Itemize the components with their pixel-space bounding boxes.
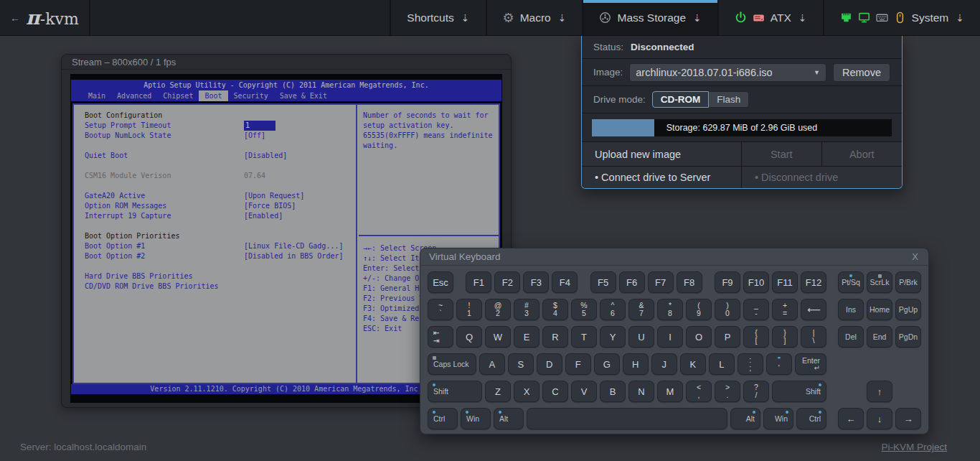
abort-upload-button[interactable]: Abort (822, 142, 903, 166)
key-f12[interactable]: F12 (801, 271, 826, 293)
key-backspace[interactable]: ⟵ (801, 299, 826, 320)
connect-drive-button[interactable]: • Connect drive to Server (582, 167, 742, 188)
key-left-ctrl[interactable]: Ctrl (428, 408, 458, 429)
key-right-alt[interactable]: Alt (730, 408, 760, 429)
start-upload-button[interactable]: Start (742, 142, 822, 166)
key-slash[interactable]: ?/ (743, 381, 769, 402)
key-x[interactable]: X (514, 381, 540, 402)
key-left-alt[interactable]: Alt (494, 408, 524, 429)
key-left-win[interactable]: Win (461, 408, 491, 429)
key-f4[interactable]: F4 (552, 271, 578, 293)
key-o[interactable]: O (686, 326, 712, 348)
key-6[interactable]: ^6 (600, 299, 626, 320)
menu-macro[interactable]: ⚙ Macro ⇣ (487, 0, 584, 35)
key-z[interactable]: Z (485, 381, 511, 402)
key-4[interactable]: $4 (542, 299, 568, 320)
key-e[interactable]: E (514, 326, 540, 348)
key-f[interactable]: F (565, 353, 591, 375)
key-j[interactable]: J (651, 353, 677, 375)
key-1[interactable]: !1 (456, 299, 482, 320)
key-q[interactable]: Q (456, 326, 482, 348)
key-arrow-left[interactable]: ← (838, 408, 864, 429)
key-d[interactable]: D (537, 353, 562, 375)
key-0[interactable]: )0 (715, 299, 740, 320)
pikvm-logo[interactable]: π-kvm (26, 8, 79, 28)
mode-cdrom-button[interactable]: CD-ROM (652, 91, 710, 108)
key-f7[interactable]: F7 (648, 271, 674, 293)
key-u[interactable]: U (628, 326, 654, 348)
key-a[interactable]: A (479, 353, 505, 375)
key-right-shift[interactable]: Shift (772, 381, 826, 402)
key-n[interactable]: N (628, 381, 654, 402)
key-s[interactable]: S (508, 353, 534, 375)
key-arrow-right[interactable]: → (895, 408, 921, 429)
disconnect-drive-button[interactable]: • Disconnect drive (742, 167, 902, 188)
key-right-win[interactable]: Win (763, 408, 793, 429)
key-v[interactable]: V (571, 381, 597, 402)
key-del[interactable]: Del (838, 326, 864, 348)
key-pgup[interactable]: PgUp (895, 299, 921, 320)
key-left-bracket[interactable]: {[ (743, 326, 769, 348)
key-m[interactable]: M (657, 381, 683, 402)
upload-image-button[interactable]: Upload new image (582, 142, 742, 166)
key-i[interactable]: I (657, 326, 683, 348)
key-right-ctrl[interactable]: Ctrl (796, 408, 826, 429)
key-3[interactable]: #3 (514, 299, 540, 320)
key-r[interactable]: R (542, 326, 568, 348)
key-b[interactable]: B (600, 381, 626, 402)
key-pgdn[interactable]: PgDn (895, 326, 921, 348)
key-f6[interactable]: F6 (619, 271, 645, 293)
key-equals[interactable]: += (772, 299, 798, 320)
key-right-bracket[interactable]: }] (772, 326, 798, 348)
key-enter[interactable]: Enter↵ (795, 353, 826, 375)
mode-flash-button[interactable]: Flash (709, 91, 749, 108)
key-h[interactable]: H (623, 353, 649, 375)
key-f10[interactable]: F10 (743, 271, 769, 293)
key-c[interactable]: C (542, 381, 568, 402)
key-left-shift[interactable]: Shift (428, 381, 482, 402)
key-home[interactable]: Home (867, 299, 892, 320)
key-5[interactable]: %5 (571, 299, 597, 320)
key-k[interactable]: K (680, 353, 706, 375)
key-y[interactable]: Y (600, 326, 626, 348)
key-space[interactable] (527, 408, 727, 429)
remove-image-button[interactable]: Remove (833, 63, 890, 82)
key-f2[interactable]: F2 (494, 271, 520, 293)
key-p-brk[interactable]: P/Brk (895, 271, 921, 293)
key-tab[interactable]: ⇤⇥ (428, 326, 453, 348)
key-period[interactable]: >. (715, 381, 740, 402)
virtual-keyboard-header[interactable]: Virtual Keyboard X (420, 248, 928, 266)
key-f5[interactable]: F5 (590, 271, 616, 293)
key-caps-lock[interactable]: Caps Lock (428, 353, 476, 375)
key-arrow-up[interactable]: ↑ (867, 381, 892, 402)
key-end[interactable]: End (867, 326, 892, 348)
key-f3[interactable]: F3 (523, 271, 549, 293)
key-f8[interactable]: F8 (677, 271, 702, 293)
key-f9[interactable]: F9 (715, 271, 740, 293)
close-icon[interactable]: X (910, 251, 920, 262)
key-7[interactable]: &7 (628, 299, 654, 320)
menu-shortcuts[interactable]: Shortcuts ⇣ (391, 0, 486, 35)
key-arrow-down[interactable]: ↓ (867, 408, 892, 429)
key-comma[interactable]: <, (686, 381, 712, 402)
key-p[interactable]: P (715, 326, 740, 348)
key-scrlk[interactable]: ScrLk (867, 271, 892, 293)
key-f1[interactable]: F1 (466, 271, 491, 293)
key-semicolon[interactable]: :; (738, 353, 763, 375)
key-apostrophe[interactable]: "' (766, 353, 792, 375)
image-select[interactable]: archlinux-2018.07.01-i686.iso ▼ (629, 63, 826, 82)
key-minus[interactable]: _- (743, 299, 769, 320)
key-ins[interactable]: Ins (838, 299, 864, 320)
key-g[interactable]: G (594, 353, 620, 375)
key-l[interactable]: L (709, 353, 735, 375)
key-t[interactable]: T (571, 326, 597, 348)
key-2[interactable]: @2 (485, 299, 511, 320)
menu-mass-storage[interactable]: Mass Storage ⇣ (583, 0, 718, 35)
key-w[interactable]: W (485, 326, 511, 348)
menu-system[interactable]: System ⇣ (824, 0, 980, 35)
key-pt-sq[interactable]: Pt/Sq (838, 271, 864, 293)
key-backslash[interactable]: |\ (801, 326, 826, 348)
key-8[interactable]: *8 (657, 299, 683, 320)
key-9[interactable]: (9 (686, 299, 712, 320)
key-grave[interactable]: ~` (428, 299, 453, 320)
